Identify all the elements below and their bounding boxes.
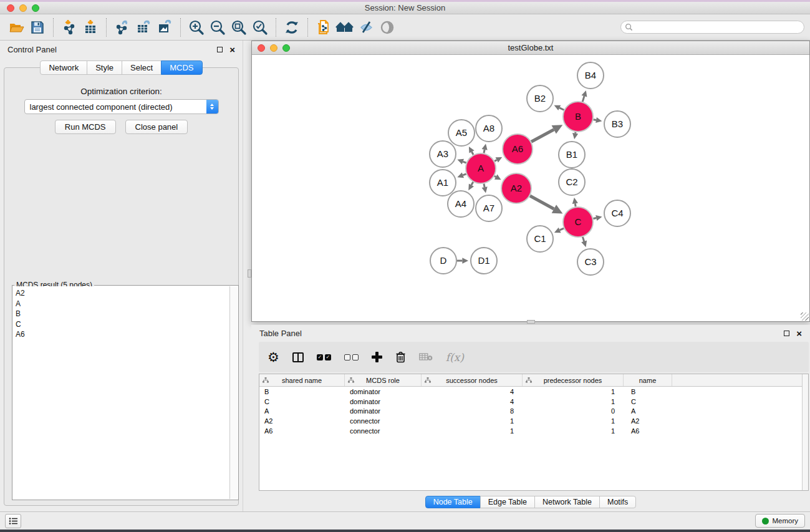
float-panel-icon[interactable]	[217, 47, 223, 52]
tab-mcds[interactable]: MCDS	[161, 60, 202, 75]
export-network-button[interactable]	[112, 17, 133, 38]
toolbar-separator	[53, 18, 54, 37]
window-resize-grip[interactable]	[801, 312, 809, 321]
result-item[interactable]: A6	[16, 329, 229, 340]
edge-C-C3[interactable]	[582, 237, 584, 241]
zoom-window-button[interactable]	[32, 4, 39, 12]
table-panel: Table Panel × ⚙ ✓✓	[251, 325, 810, 511]
edge-A6-B[interactable]	[531, 130, 554, 142]
first-neighbors-button[interactable]	[334, 17, 355, 38]
status-bar: Memory	[0, 511, 810, 530]
zoom-in-button[interactable]	[186, 17, 207, 38]
edge-A-A7[interactable]	[484, 183, 485, 187]
search-input[interactable]	[635, 23, 800, 32]
export-image-button[interactable]	[154, 17, 175, 38]
select-all-icon[interactable]: ✓✓	[317, 354, 331, 360]
zoom-network-window-button[interactable]	[282, 44, 290, 52]
result-scrollbar[interactable]	[229, 286, 238, 499]
table-scrollbar[interactable]	[802, 374, 808, 490]
edge-A-A2[interactable]	[494, 176, 496, 177]
zoom-selected-button[interactable]	[249, 17, 271, 38]
column-header-successor-nodes[interactable]: successor nodes	[422, 374, 523, 386]
column-header-predecessor-nodes[interactable]: predecessor nodes	[523, 374, 624, 386]
table-cell: B	[259, 388, 345, 395]
toolbar-separator	[180, 18, 181, 37]
column-header-shared-name[interactable]: shared name	[259, 374, 345, 386]
column-header-label: shared name	[282, 377, 322, 384]
zoom-fit-button[interactable]	[228, 17, 249, 38]
table-cell: 8	[422, 407, 523, 415]
refresh-button[interactable]	[281, 17, 302, 38]
table-row[interactable]: A2connector11A2	[259, 416, 808, 426]
open-session-button[interactable]	[6, 17, 27, 38]
edge-B-B3[interactable]	[594, 120, 596, 120]
network-window-titlebar[interactable]: testGlobe.txt	[252, 41, 809, 55]
column-header-MCDS-role[interactable]: MCDS role	[345, 374, 422, 386]
run-mcds-button[interactable]: Run MCDS	[55, 120, 116, 134]
zoom-out-button[interactable]	[207, 17, 228, 38]
close-table-panel-icon[interactable]: ×	[796, 331, 802, 336]
table-cell: 1	[523, 417, 624, 425]
edge-B-B4[interactable]	[582, 96, 584, 102]
save-session-button[interactable]	[27, 17, 48, 38]
edge-B-B2[interactable]	[559, 108, 564, 110]
result-item[interactable]: C	[16, 319, 229, 330]
tab-select[interactable]: Select	[122, 60, 162, 75]
hide-selection-button[interactable]	[355, 17, 377, 38]
network-canvas[interactable]: B4B2BB3A8A5A6A3B1AC2A1A2A4A7C4CC1DD1C3	[252, 55, 809, 321]
optimization-criterion-dropdown[interactable]: largest connected component (directed)	[24, 99, 219, 114]
splitter-handle-horizontal[interactable]	[527, 320, 535, 324]
edge-A-A6[interactable]	[494, 160, 497, 161]
table-row[interactable]: Bdominator41B	[259, 387, 808, 397]
edge-A-A4[interactable]	[471, 182, 473, 185]
tab-edge-table[interactable]: Edge Table	[480, 496, 535, 508]
hide-selection-icon	[358, 19, 375, 36]
table-row[interactable]: Cdominator41C	[259, 397, 808, 407]
table-row[interactable]: Adominator80A	[259, 407, 808, 417]
minimize-network-window-button[interactable]	[270, 44, 277, 52]
delete-row-icon[interactable]	[395, 351, 406, 363]
show-columns-icon[interactable]	[292, 352, 304, 362]
table-cell: A	[624, 407, 672, 415]
main-toolbar	[0, 14, 810, 41]
edge-A-A1[interactable]	[463, 174, 466, 175]
close-network-window-button[interactable]	[258, 44, 265, 52]
deselect-all-icon[interactable]	[344, 354, 359, 360]
tab-network-table[interactable]: Network Table	[534, 496, 600, 508]
result-item[interactable]: A2	[16, 288, 229, 299]
column-header-name[interactable]: name	[624, 374, 672, 386]
edge-A-A8[interactable]	[484, 150, 485, 153]
export-table-button[interactable]	[133, 17, 154, 38]
import-network-button[interactable]	[59, 17, 80, 38]
edge-C-C4[interactable]	[593, 218, 596, 219]
table-cell: dominator	[345, 398, 422, 405]
new-network-from-selection-button[interactable]	[313, 17, 334, 38]
minimize-window-button[interactable]	[19, 4, 27, 12]
edge-C-C2[interactable]	[575, 203, 576, 206]
result-item[interactable]: B	[16, 309, 229, 319]
edge-A2-C[interactable]	[530, 196, 554, 209]
edge-C-C1[interactable]	[560, 228, 564, 230]
tab-node-table[interactable]: Node Table	[425, 496, 481, 508]
search-field[interactable]	[620, 21, 804, 34]
search-icon	[625, 23, 633, 31]
memory-button[interactable]: Memory	[755, 514, 805, 528]
result-item[interactable]: A	[16, 299, 229, 309]
task-history-button[interactable]	[5, 514, 21, 528]
edge-A-A5[interactable]	[472, 152, 474, 155]
import-table-button[interactable]	[80, 17, 101, 38]
splitter-handle-vertical[interactable]	[248, 269, 251, 278]
tab-network[interactable]: Network	[40, 60, 87, 75]
close-panel-button[interactable]: Close panel	[125, 120, 188, 134]
close-window-button[interactable]	[7, 4, 14, 12]
close-panel-icon[interactable]: ×	[229, 47, 235, 52]
table-row[interactable]: A6connector11A6	[259, 426, 808, 436]
tab-motifs[interactable]: Motifs	[599, 496, 636, 508]
column-header-label: MCDS role	[366, 377, 400, 384]
edge-A-A3[interactable]	[463, 162, 466, 163]
add-row-icon[interactable]	[372, 352, 382, 362]
table-settings-icon[interactable]: ⚙	[268, 351, 279, 364]
tab-style[interactable]: Style	[87, 60, 122, 75]
show-all-button[interactable]	[377, 17, 398, 38]
float-table-panel-icon[interactable]	[784, 331, 789, 336]
